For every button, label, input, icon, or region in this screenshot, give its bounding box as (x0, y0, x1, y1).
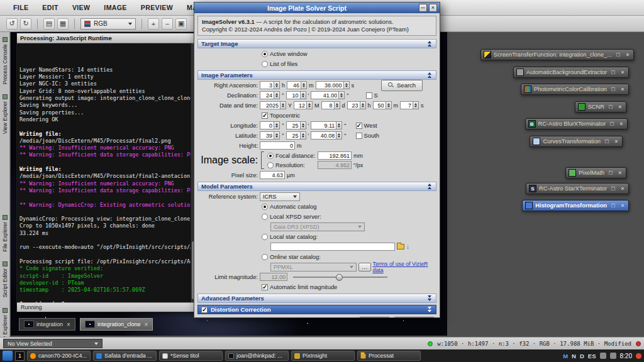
clipboard-icon[interactable]: ▤ (43, 18, 55, 30)
spinner-arrows[interactable] (386, 101, 392, 109)
local-xpsd-radio[interactable] (262, 214, 268, 220)
section-advanced-parameters[interactable]: Advanced Parameters (197, 293, 436, 303)
view-tab[interactable]: integration_clone × (80, 318, 153, 331)
spinner-arrows[interactable] (343, 81, 350, 89)
height-input[interactable] (260, 141, 295, 150)
ra-seconds-input[interactable] (316, 81, 343, 89)
shade-icon[interactable]: □ (610, 86, 616, 92)
shade-icon[interactable]: □ (609, 121, 615, 127)
dialog-titlebar[interactable]: Image Plate Solver Script ─ × (194, 3, 440, 13)
spinner-arrows[interactable] (274, 131, 280, 140)
focal-distance-radio[interactable] (267, 153, 274, 159)
process-window-titlebar[interactable]: B RC-Astro BlurXTerminator □ × (525, 118, 628, 129)
lat-degrees-spinner[interactable] (260, 131, 280, 140)
local-star-catalog-input[interactable] (270, 243, 395, 251)
spinner-arrows[interactable] (301, 81, 307, 89)
close-icon[interactable]: × (619, 185, 626, 192)
hour-input[interactable] (347, 101, 360, 109)
spinner-arrows[interactable] (300, 91, 306, 99)
undo-icon[interactable]: ↺ (6, 18, 18, 30)
hour-spinner[interactable] (347, 101, 366, 109)
dec-arcmin-spinner[interactable] (286, 91, 306, 99)
close-icon[interactable]: × (429, 4, 437, 12)
process-window-titlebar[interactable]: ScreenTransferFunction: integration_clon… (480, 49, 634, 60)
spinner-arrows[interactable] (274, 121, 280, 129)
dec-arcsec-spinner[interactable] (311, 91, 345, 99)
minute-input[interactable] (373, 101, 386, 109)
expand-icon[interactable] (427, 295, 433, 301)
shade-icon[interactable]: □ (610, 69, 616, 75)
dec-south-checkbox[interactable] (366, 92, 372, 99)
south-checkbox[interactable] (356, 133, 362, 139)
local-star-catalog-radio[interactable] (262, 234, 268, 240)
spinner-arrows[interactable] (274, 91, 280, 99)
menu-item[interactable]: VIEW (65, 4, 97, 11)
collapse-icon[interactable] (427, 72, 433, 78)
lon-degrees-spinner[interactable] (260, 121, 280, 129)
spinner-arrows[interactable] (360, 101, 366, 109)
close-icon[interactable]: × (618, 121, 625, 127)
taskbar-app-button[interactable]: *Sense titol (159, 351, 223, 361)
taskbar-app-button[interactable]: Safata d'entrada ... (93, 351, 157, 361)
ra-hours-spinner[interactable] (260, 81, 280, 89)
zoom-out-icon[interactable]: − (162, 18, 173, 30)
notification-icon[interactable] (636, 353, 641, 359)
taskbar-app-button[interactable]: joan@thinkpad: ... (225, 351, 289, 361)
fit-view-icon[interactable]: ▣ (175, 18, 187, 30)
lat-arcmin-spinner[interactable] (286, 131, 306, 140)
shade-icon[interactable]: □ (610, 202, 616, 209)
catalog-config-button[interactable]: … (358, 263, 371, 272)
spinner-arrows[interactable] (413, 101, 419, 109)
tray-indicator[interactable]: N (572, 353, 576, 359)
applications-menu-icon[interactable] (3, 351, 13, 361)
sidebar-tab[interactable]: Script Editor (2, 261, 8, 297)
dec-degrees-spinner[interactable] (260, 91, 280, 99)
close-icon[interactable]: × (613, 138, 619, 145)
close-icon[interactable]: × (144, 321, 148, 328)
spinner-arrows[interactable] (300, 131, 306, 140)
sidebar-tab[interactable]: View Explorer (2, 94, 8, 134)
auto-limit-checkbox[interactable] (262, 284, 268, 290)
dec-arcmin-input[interactable] (286, 91, 300, 99)
shade-icon[interactable]: □ (604, 138, 610, 145)
expand-icon[interactable] (427, 307, 433, 312)
focal-distance-input[interactable] (318, 151, 352, 160)
close-icon[interactable]: × (617, 170, 623, 176)
month-input[interactable] (294, 101, 306, 109)
sidebar-tab[interactable]: File Explorer (2, 215, 8, 252)
network-icon[interactable] (610, 353, 616, 359)
close-icon[interactable]: × (619, 202, 626, 209)
process-window-titlebar[interactable]: CurvesTransformation □ × (530, 136, 623, 147)
zoom-in-icon[interactable]: + (148, 18, 159, 30)
minute-spinner[interactable] (373, 101, 392, 109)
process-window-titlebar[interactable]: HistogramTransformation □ × (522, 200, 629, 211)
vizier-terms-link[interactable]: Terms of use of VizieR data (373, 261, 434, 273)
close-icon[interactable]: × (619, 86, 626, 92)
online-star-catalog-radio[interactable] (262, 254, 268, 260)
spinner-arrows[interactable] (338, 91, 345, 99)
list-of-files-radio[interactable] (262, 61, 268, 67)
view-tab[interactable]: integration × (19, 318, 75, 331)
collapse-icon[interactable] (427, 184, 433, 189)
process-window-titlebar[interactable]: PixelMath □ × (565, 167, 626, 178)
section-target-image[interactable]: Target Image (197, 39, 436, 48)
close-icon[interactable]: × (67, 321, 70, 328)
lon-arcsec-input[interactable] (311, 121, 336, 129)
channel-selector[interactable]: RGB (80, 18, 136, 30)
shade-icon[interactable]: □ (608, 170, 614, 176)
year-input[interactable] (260, 101, 280, 109)
lon-arcsec-spinner[interactable] (311, 121, 342, 129)
lon-degrees-input[interactable] (260, 121, 274, 129)
reference-system-select[interactable]: ICRS (260, 192, 300, 201)
download-icon[interactable]: ↓ (406, 243, 409, 250)
lat-arcsec-input[interactable] (311, 131, 336, 140)
clock[interactable]: 8:20 (620, 353, 632, 359)
spinner-arrows[interactable] (274, 81, 280, 89)
folder-icon[interactable] (397, 244, 404, 250)
spinner-arrows[interactable] (336, 131, 342, 140)
dec-degrees-input[interactable] (260, 91, 274, 99)
dec-arcsec-input[interactable] (311, 91, 338, 99)
month-spinner[interactable] (294, 101, 313, 109)
close-icon[interactable]: × (619, 69, 626, 75)
close-icon[interactable]: × (617, 104, 623, 110)
